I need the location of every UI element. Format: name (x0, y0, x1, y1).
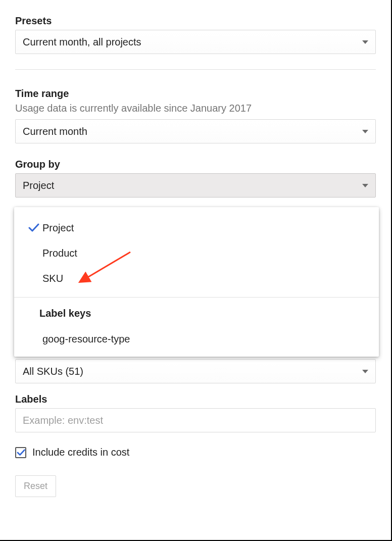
chevron-down-icon (362, 130, 368, 133)
time-range-note: Usage data is currently available since … (15, 103, 376, 114)
skus-section: SKUs All SKUs (51) (15, 359, 376, 383)
group-by-option-sku[interactable]: SKU (14, 266, 379, 291)
option-label: Project (42, 222, 372, 234)
group-by-label-key-option[interactable]: goog-resource-type (14, 326, 379, 352)
option-label: Product (42, 248, 372, 259)
presets-select[interactable]: Current month, all projects (15, 30, 376, 54)
labels-input[interactable] (15, 408, 376, 432)
time-range-select[interactable]: Current month (15, 119, 376, 143)
presets-value: Current month, all projects (23, 36, 141, 48)
section-divider (15, 69, 376, 70)
presets-section: Presets Current month, all projects (15, 15, 376, 54)
dropdown-divider (14, 297, 379, 298)
group-by-option-product[interactable]: Product (14, 240, 379, 266)
time-range-section: Time range Usage data is currently avail… (15, 88, 376, 143)
option-label: SKU (42, 273, 372, 284)
group-by-select[interactable]: Project (15, 173, 376, 198)
presets-label: Presets (15, 15, 376, 27)
time-range-label: Time range (15, 88, 376, 100)
group-by-option-project[interactable]: Project (14, 215, 379, 240)
labels-section: Labels (15, 394, 376, 432)
include-credits-label: Include credits in cost (32, 447, 129, 458)
skus-value: All SKUs (51) (23, 366, 83, 377)
chevron-down-icon (362, 370, 368, 373)
time-range-value: Current month (23, 126, 87, 137)
include-credits-row: Include credits in cost (15, 447, 376, 458)
label-keys-header: Label keys (14, 303, 379, 326)
group-by-dropdown: Project Product SKU Label keys goog-reso… (14, 207, 379, 357)
reset-button[interactable]: Reset (15, 475, 56, 497)
reset-label: Reset (24, 481, 47, 491)
include-credits-checkbox[interactable] (15, 447, 26, 458)
group-by-section: Group by Project (15, 159, 376, 198)
chevron-down-icon (362, 184, 368, 187)
skus-select[interactable]: All SKUs (51) (15, 359, 376, 383)
option-label: goog-resource-type (24, 333, 372, 345)
group-by-label: Group by (15, 159, 376, 170)
chevron-down-icon (362, 40, 368, 44)
group-by-value: Project (23, 180, 54, 191)
check-icon (24, 222, 42, 234)
labels-label: Labels (15, 394, 376, 405)
